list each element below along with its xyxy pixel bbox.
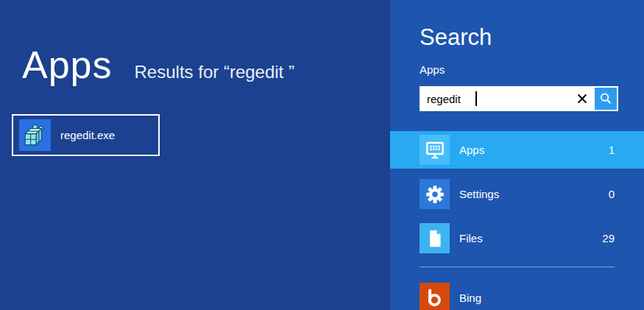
bing-icon [420, 283, 450, 310]
search-scope-label: Apps [420, 63, 445, 76]
category-row-files[interactable]: Files 29 [390, 219, 644, 257]
apps-monitor-icon [420, 135, 450, 165]
search-input-wrap [420, 86, 571, 111]
results-header: Apps Results for “regedit ” [22, 43, 294, 87]
app-result-regedit[interactable]: regedit.exe [12, 114, 160, 156]
category-count: 1 [609, 144, 615, 156]
provider-row-bing[interactable]: Bing [390, 279, 644, 310]
search-category-list: Apps 1 Settings [390, 131, 644, 310]
files-document-icon [420, 223, 450, 253]
category-row-apps[interactable]: Apps 1 [390, 131, 644, 169]
category-row-settings[interactable]: Settings 0 [390, 175, 644, 213]
start-search-screen: Apps Results for “regedit ” regedit.exe … [0, 0, 644, 310]
settings-gear-icon [420, 179, 450, 209]
page-title: Apps [22, 43, 113, 87]
category-label: Settings [459, 188, 499, 200]
app-result-label: regedit.exe [60, 129, 115, 141]
results-subtitle: Results for “regedit ” [135, 62, 294, 82]
category-count: 29 [602, 232, 615, 244]
search-submit-button[interactable] [595, 88, 617, 110]
regedit-icon [19, 119, 51, 151]
search-input[interactable] [420, 86, 571, 111]
search-box [420, 86, 618, 111]
category-count: 0 [609, 188, 615, 200]
category-label: Files [459, 232, 483, 244]
category-label: Apps [459, 144, 484, 156]
provider-label: Bing [459, 292, 481, 304]
clear-x-icon[interactable] [571, 88, 593, 110]
section-divider [420, 267, 615, 267]
magnifier-icon [598, 91, 613, 106]
search-panel: Search Apps [390, 0, 644, 310]
search-panel-title: Search [420, 24, 492, 51]
text-caret [475, 91, 477, 106]
